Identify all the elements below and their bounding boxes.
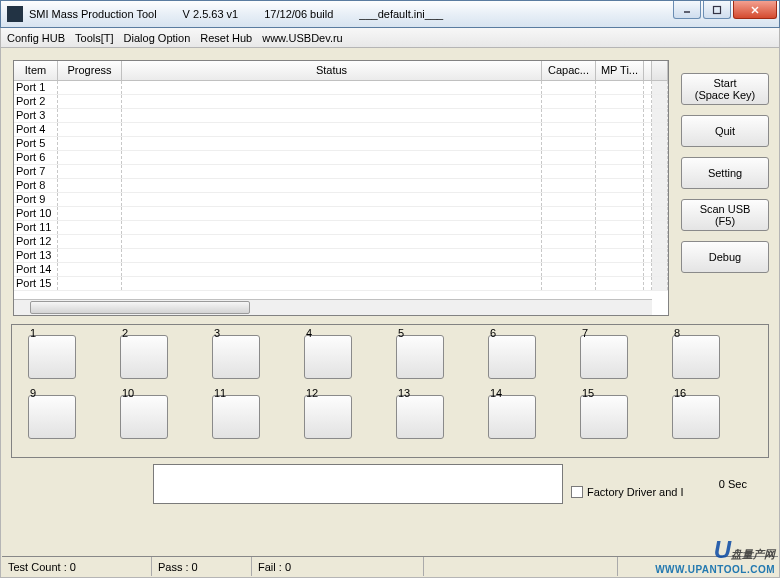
port-button-1[interactable] <box>28 335 76 379</box>
port-button-3[interactable] <box>212 335 260 379</box>
checkbox-icon[interactable] <box>571 486 583 498</box>
title-app: SMI Mass Production Tool <box>29 8 157 20</box>
table-row[interactable]: Port 11 <box>14 221 668 235</box>
port-cell: 1 <box>28 335 86 379</box>
table-row[interactable]: Port 14 <box>14 263 668 277</box>
status-pass: Pass : 0 <box>152 557 252 576</box>
table-row[interactable]: Port 15 <box>14 277 668 291</box>
svg-rect-1 <box>714 6 721 13</box>
port-button-7[interactable] <box>580 335 628 379</box>
port-cell: 14 <box>488 395 546 439</box>
menu-reset-hub[interactable]: Reset Hub <box>200 32 252 44</box>
port-num: 5 <box>398 327 404 339</box>
start-button[interactable]: Start (Space Key) <box>681 73 769 105</box>
cell-item: Port 10 <box>14 207 58 220</box>
table-row[interactable]: Port 6 <box>14 151 668 165</box>
port-row: 12345678 <box>18 331 762 383</box>
factory-driver-check[interactable]: Factory Driver and I <box>571 486 684 498</box>
hscroll-thumb[interactable] <box>30 301 250 314</box>
vscroll-up[interactable] <box>652 61 668 80</box>
window-buttons <box>671 1 777 19</box>
port-num: 8 <box>674 327 680 339</box>
port-button-4[interactable] <box>304 335 352 379</box>
menu-dialog-option[interactable]: Dialog Option <box>124 32 191 44</box>
table-row[interactable]: Port 5 <box>14 137 668 151</box>
port-button-15[interactable] <box>580 395 628 439</box>
port-num: 6 <box>490 327 496 339</box>
port-num: 10 <box>122 387 134 399</box>
port-button-11[interactable] <box>212 395 260 439</box>
port-button-8[interactable] <box>672 335 720 379</box>
port-button-12[interactable] <box>304 395 352 439</box>
port-row: 910111213141516 <box>18 391 762 443</box>
status-fail: Fail : 0 <box>252 557 424 576</box>
port-cell: 13 <box>396 395 454 439</box>
port-button-16[interactable] <box>672 395 720 439</box>
port-num: 13 <box>398 387 410 399</box>
port-button-2[interactable] <box>120 335 168 379</box>
table-row[interactable]: Port 8 <box>14 179 668 193</box>
factory-label: Factory Driver and I <box>587 486 684 498</box>
table-row[interactable]: Port 13 <box>14 249 668 263</box>
minimize-button[interactable] <box>673 1 701 19</box>
table-row[interactable]: Port 10 <box>14 207 668 221</box>
port-button-14[interactable] <box>488 395 536 439</box>
col-mptime[interactable]: MP Ti... <box>596 61 644 80</box>
title-ini: ___default.ini___ <box>359 8 443 20</box>
table-row[interactable]: Port 2 <box>14 95 668 109</box>
title-version: V 2.5.63 v1 <box>183 8 239 20</box>
side-buttons: Start (Space Key) Quit Setting Scan USB … <box>677 54 773 316</box>
col-status[interactable]: Status <box>122 61 542 80</box>
port-cell: 10 <box>120 395 178 439</box>
table-rows: Port 1Port 2Port 3Port 4Port 5Port 6Port… <box>14 81 668 303</box>
table-row[interactable]: Port 1 <box>14 81 668 95</box>
cell-item: Port 3 <box>14 109 58 122</box>
top-area: Item Progress Status Capac... MP Ti... P… <box>7 54 773 316</box>
port-num: 3 <box>214 327 220 339</box>
table-row[interactable]: Port 9 <box>14 193 668 207</box>
close-button[interactable] <box>733 1 777 19</box>
menu-config-hub[interactable]: Config HUB <box>7 32 65 44</box>
col-progress[interactable]: Progress <box>58 61 122 80</box>
col-item[interactable]: Item <box>14 61 58 80</box>
port-num: 15 <box>582 387 594 399</box>
menu-tools[interactable]: Tools[T] <box>75 32 114 44</box>
status-test-count: Test Count : 0 <box>2 557 152 576</box>
table-row[interactable]: Port 7 <box>14 165 668 179</box>
status-right <box>618 557 778 576</box>
table-header: Item Progress Status Capac... MP Ti... <box>14 61 668 81</box>
scan-usb-button[interactable]: Scan USB (F5) <box>681 199 769 231</box>
port-num: 16 <box>674 387 686 399</box>
table-row[interactable]: Port 3 <box>14 109 668 123</box>
col-spacer <box>644 61 652 80</box>
port-cell: 6 <box>488 335 546 379</box>
table-row[interactable]: Port 12 <box>14 235 668 249</box>
port-num: 2 <box>122 327 128 339</box>
cell-item: Port 1 <box>14 81 58 94</box>
port-button-9[interactable] <box>28 395 76 439</box>
setting-button[interactable]: Setting <box>681 157 769 189</box>
port-button-13[interactable] <box>396 395 444 439</box>
port-num: 7 <box>582 327 588 339</box>
info-textbox[interactable] <box>153 464 563 504</box>
debug-button[interactable]: Debug <box>681 241 769 273</box>
port-button-6[interactable] <box>488 335 536 379</box>
port-num: 9 <box>30 387 36 399</box>
port-button-10[interactable] <box>120 395 168 439</box>
col-capacity[interactable]: Capac... <box>542 61 596 80</box>
port-button-5[interactable] <box>396 335 444 379</box>
port-cell: 3 <box>212 335 270 379</box>
maximize-button[interactable] <box>703 1 731 19</box>
table-row[interactable]: Port 4 <box>14 123 668 137</box>
menu-url[interactable]: www.USBDev.ru <box>262 32 342 44</box>
hscrollbar[interactable] <box>14 299 652 315</box>
port-num: 11 <box>214 387 226 399</box>
quit-button[interactable]: Quit <box>681 115 769 147</box>
cell-item: Port 6 <box>14 151 58 164</box>
port-table: Item Progress Status Capac... MP Ti... P… <box>13 60 669 316</box>
cell-item: Port 2 <box>14 95 58 108</box>
port-cell: 11 <box>212 395 270 439</box>
cell-item: Port 15 <box>14 277 58 290</box>
port-grid: 12345678 910111213141516 <box>11 324 769 458</box>
port-num: 12 <box>306 387 318 399</box>
